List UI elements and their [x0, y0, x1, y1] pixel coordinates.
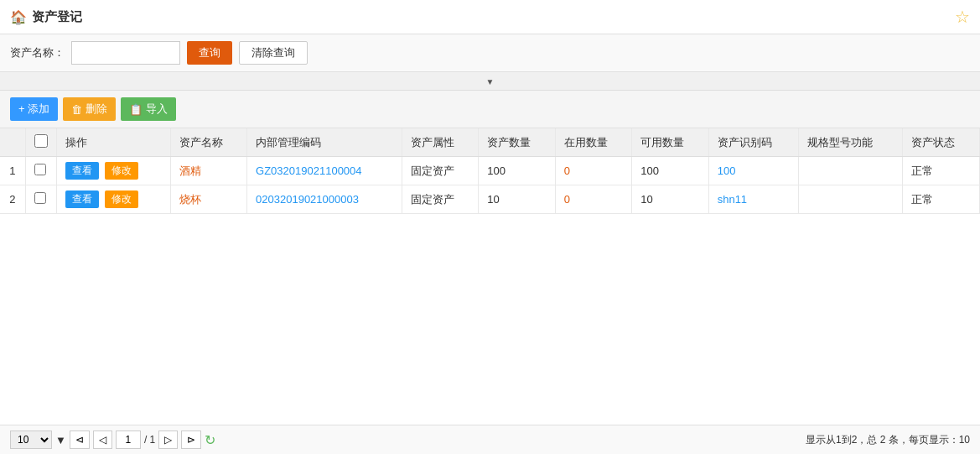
- page-header: 🏠 资产登记 ☆: [0, 0, 980, 34]
- row-in-use: 0: [555, 185, 631, 214]
- row-checkbox-cell: [25, 185, 56, 214]
- table-header-row: 操作 资产名称 内部管理编码 资产属性 资产数量 在用数量 可用数量 资产识别码…: [0, 128, 980, 157]
- row-available: 100: [632, 157, 708, 185]
- delete-button[interactable]: 🗑 删除: [63, 97, 116, 121]
- star-icon[interactable]: ☆: [955, 7, 970, 27]
- row-id-code: 100: [708, 157, 799, 185]
- col-spec: 规格型号功能: [799, 128, 903, 157]
- page-title: 资产登记: [32, 9, 82, 25]
- table-container: 操作 资产名称 内部管理编码 资产属性 资产数量 在用数量 可用数量 资产识别码…: [0, 128, 980, 214]
- row-checkbox[interactable]: [34, 164, 46, 175]
- row-status: 正常: [903, 157, 980, 185]
- search-label: 资产名称：: [10, 45, 65, 60]
- row-property: 固定资产: [402, 157, 478, 185]
- table-row: 1 查看 修改 酒精 GZ032019021100004 固定资产 100 0 …: [0, 157, 980, 185]
- col-status: 资产状态: [903, 128, 980, 157]
- col-property: 资产属性: [402, 128, 478, 157]
- header-left: 🏠 资产登记: [10, 9, 82, 25]
- collapse-arrow-icon: ▼: [486, 77, 495, 86]
- row-quantity: 100: [479, 157, 555, 185]
- row-number: 2: [0, 185, 25, 214]
- search-input[interactable]: [71, 41, 180, 65]
- import-button[interactable]: 📋 导入: [121, 97, 176, 121]
- row-internal-code: GZ032019021100004: [247, 157, 402, 185]
- col-id-code: 资产识别码: [708, 128, 799, 157]
- row-status: 正常: [903, 185, 980, 214]
- col-name: 资产名称: [170, 128, 246, 157]
- view-button[interactable]: 查看: [65, 162, 99, 180]
- trash-icon: 🗑: [71, 103, 82, 116]
- search-bar: 资产名称： 查询 清除查询: [0, 34, 980, 72]
- col-checkbox: [25, 128, 56, 157]
- import-icon: 📋: [129, 103, 143, 116]
- add-button[interactable]: + 添加: [10, 97, 58, 121]
- row-operations: 查看 修改: [56, 185, 170, 214]
- header-checkbox[interactable]: [34, 134, 48, 148]
- table-row: 2 查看 修改 烧杯 02032019021000003 固定资产 10 0 1…: [0, 185, 980, 214]
- delete-label: 删除: [86, 102, 107, 117]
- col-available: 可用数量: [632, 128, 708, 157]
- query-button[interactable]: 查询: [187, 41, 232, 65]
- row-id-code: shn11: [708, 185, 799, 214]
- row-available: 10: [632, 185, 708, 214]
- col-internal-code: 内部管理编码: [247, 128, 402, 157]
- row-spec: [799, 185, 903, 214]
- import-label: 导入: [146, 102, 168, 117]
- col-in-use: 在用数量: [555, 128, 631, 157]
- row-in-use: 0: [555, 157, 631, 185]
- toolbar: + 添加 🗑 删除 📋 导入: [0, 91, 980, 128]
- row-number: 1: [0, 157, 25, 185]
- col-num: [0, 128, 25, 157]
- row-asset-name: 酒精: [170, 157, 246, 185]
- col-quantity: 资产数量: [479, 128, 555, 157]
- assets-table: 操作 资产名称 内部管理编码 资产属性 资产数量 在用数量 可用数量 资产识别码…: [0, 128, 980, 214]
- row-quantity: 10: [479, 185, 555, 214]
- row-property: 固定资产: [402, 185, 478, 214]
- row-internal-code: 02032019021000003: [247, 185, 402, 214]
- row-asset-name: 烧杯: [170, 185, 246, 214]
- home-icon: 🏠: [10, 9, 27, 25]
- edit-button[interactable]: 修改: [105, 190, 138, 208]
- row-spec: [799, 157, 903, 185]
- clear-query-button[interactable]: 清除查询: [239, 41, 308, 65]
- row-checkbox-cell: [25, 157, 56, 185]
- collapse-bar[interactable]: ▼: [0, 72, 980, 91]
- row-operations: 查看 修改: [56, 157, 170, 185]
- row-checkbox[interactable]: [34, 192, 46, 204]
- view-button[interactable]: 查看: [65, 190, 99, 208]
- col-operation: 操作: [56, 128, 170, 157]
- edit-button[interactable]: 修改: [105, 162, 138, 180]
